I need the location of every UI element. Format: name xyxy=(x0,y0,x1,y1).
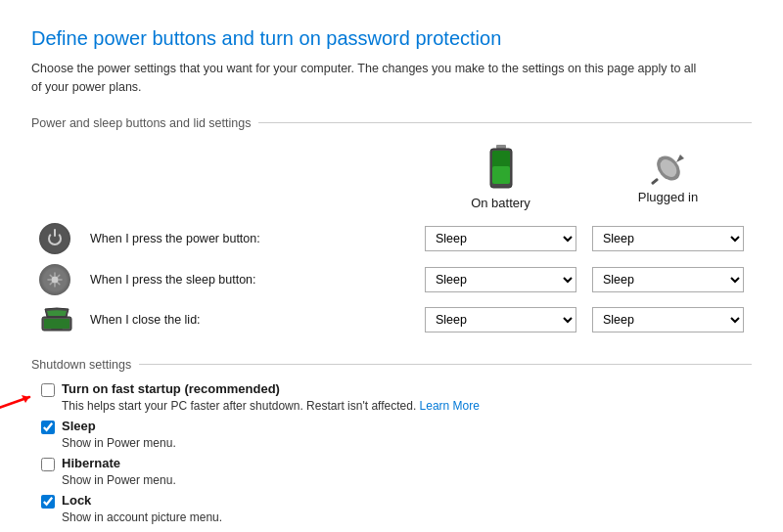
lid-icon xyxy=(39,305,74,332)
lid-battery-cell: Sleep Do nothing Hibernate Shut down Tur… xyxy=(417,300,584,340)
sleep-label[interactable]: Sleep xyxy=(62,419,96,433)
power-sleep-section-title: Power and sleep buttons and lid settings xyxy=(31,116,251,130)
svg-marker-14 xyxy=(22,395,29,403)
svg-line-13 xyxy=(0,397,29,409)
lock-desc: Show in account picture menu. xyxy=(41,510,752,524)
fast-startup-item: Turn on fast startup (recommended) This … xyxy=(41,381,752,413)
svg-point-9 xyxy=(52,276,59,283)
power-button-battery-dropdown[interactable]: Sleep Do nothing Hibernate Shut down Tur… xyxy=(425,226,576,251)
plugged-in-label: Plugged in xyxy=(638,190,698,204)
svg-rect-0 xyxy=(496,145,506,149)
power-button-icon-cell xyxy=(31,218,82,259)
plugged-in-icon xyxy=(649,151,688,186)
power-sleep-section: Power and sleep buttons and lid settings xyxy=(31,116,752,340)
hibernate-label[interactable]: Hibernate xyxy=(62,456,120,470)
lid-battery-dropdown[interactable]: Sleep Do nothing Hibernate Shut down Tur… xyxy=(425,307,576,332)
shutdown-section-title: Shutdown settings xyxy=(31,358,131,372)
fast-startup-learn-more[interactable]: Learn More xyxy=(420,399,480,413)
plugged-in-header: Plugged in xyxy=(584,140,752,218)
shutdown-section: Shutdown settings Turn on fast startup (… xyxy=(31,358,752,524)
svg-rect-11 xyxy=(44,319,69,329)
hibernate-desc: Show in Power menu. xyxy=(41,473,752,487)
power-button-plugged-dropdown[interactable]: Sleep Do nothing Hibernate Shut down Tur… xyxy=(592,226,744,251)
lid-plugged-dropdown[interactable]: Sleep Do nothing Hibernate Shut down Tur… xyxy=(592,307,744,332)
lock-label[interactable]: Lock xyxy=(62,493,91,508)
hibernate-item: Hibernate Show in Power menu. xyxy=(41,456,752,487)
lock-checkbox[interactable] xyxy=(41,495,55,509)
fast-startup-desc: This helps start your PC faster after sh… xyxy=(41,399,752,413)
lid-plugged-cell: Sleep Do nothing Hibernate Shut down Tur… xyxy=(584,300,752,340)
sleep-item: Sleep Show in Power menu. xyxy=(41,419,752,450)
page-title: Define power buttons and turn on passwor… xyxy=(31,27,752,50)
power-button-label: When I press the power button: xyxy=(82,218,417,259)
hibernate-checkbox[interactable] xyxy=(41,458,55,471)
sleep-button-icon xyxy=(39,264,70,295)
on-battery-label: On battery xyxy=(471,196,530,210)
sleep-button-battery-dropdown[interactable]: Sleep Do nothing Hibernate Shut down Tur… xyxy=(425,267,576,292)
hibernate-row: Hibernate xyxy=(41,456,752,471)
fast-startup-label[interactable]: Turn on fast startup (recommended) xyxy=(62,381,280,396)
power-button-icon xyxy=(39,223,70,254)
sleep-button-plugged-dropdown[interactable]: Sleep Do nothing Hibernate Shut down Tur… xyxy=(592,267,744,292)
sleep-row: Sleep xyxy=(41,419,752,434)
svg-rect-3 xyxy=(492,166,510,184)
sleep-checkbox[interactable] xyxy=(41,421,55,434)
svg-rect-8 xyxy=(650,177,658,184)
sleep-button-row: When I press the sleep button: Sleep Do … xyxy=(31,259,752,300)
svg-rect-12 xyxy=(51,329,63,331)
sleep-button-label: When I press the sleep button: xyxy=(82,259,417,300)
svg-marker-6 xyxy=(676,155,684,162)
lid-icon-cell xyxy=(31,300,82,340)
battery-icon xyxy=(487,145,515,192)
lid-label: When I close the lid: xyxy=(82,300,417,340)
shutdown-section-divider xyxy=(139,364,752,365)
lid-row: When I close the lid: Sleep Do nothing H… xyxy=(31,300,752,340)
fast-startup-row: Turn on fast startup (recommended) xyxy=(41,381,752,397)
page-description: Choose the power settings that you want … xyxy=(31,60,697,97)
lock-item: Lock Show in account picture menu. xyxy=(41,493,752,524)
power-button-plugged-cell: Sleep Do nothing Hibernate Shut down Tur… xyxy=(584,218,752,259)
power-button-battery-cell: Sleep Do nothing Hibernate Shut down Tur… xyxy=(417,218,584,259)
power-button-row: When I press the power button: Sleep Do … xyxy=(31,218,752,259)
sleep-button-icon-cell xyxy=(31,259,82,300)
on-battery-header: On battery xyxy=(417,140,584,218)
section-divider xyxy=(258,122,752,123)
sleep-button-battery-cell: Sleep Do nothing Hibernate Shut down Tur… xyxy=(417,259,584,300)
red-arrow-annotation xyxy=(0,389,37,413)
sleep-desc: Show in Power menu. xyxy=(41,436,752,450)
lock-row: Lock xyxy=(41,493,752,509)
fast-startup-checkbox[interactable] xyxy=(41,383,55,397)
sleep-button-plugged-cell: Sleep Do nothing Hibernate Shut down Tur… xyxy=(584,259,752,300)
shutdown-settings-list: Turn on fast startup (recommended) This … xyxy=(31,381,752,524)
power-settings-table: On battery Plugged xyxy=(31,140,752,340)
